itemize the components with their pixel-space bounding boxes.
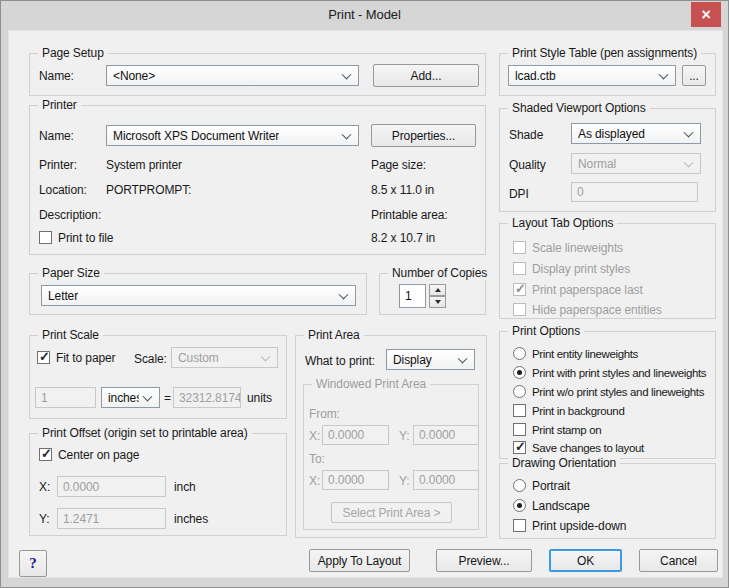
print-in-background-label: Print in background [532, 405, 624, 417]
print-to-file-label: Print to file [58, 231, 113, 245]
fit-to-paper-checkbox[interactable] [37, 351, 50, 364]
ok-label: OK [577, 554, 594, 568]
scale-value: Custom [178, 351, 219, 365]
scale-numerator-field: 1 [35, 387, 96, 408]
landscape-radio[interactable] [513, 499, 526, 512]
hide-paperspace-entities-checkbox [513, 303, 526, 316]
print-style-select[interactable]: lcad.ctb [508, 65, 676, 86]
portrait-radio[interactable] [513, 479, 526, 492]
select-print-area-label: Select Print Area > [343, 506, 441, 520]
scale-denominator-field: 32312.8174 [173, 387, 241, 408]
to-x-field: 0.0000 [322, 470, 389, 490]
print-style-value: lcad.ctb [515, 69, 556, 83]
from-y-label: Y: [399, 429, 409, 443]
save-changes-to-layout-label: Save changes to layout [532, 442, 644, 454]
offset-y-label: Y: [39, 512, 49, 526]
what-to-print-select[interactable]: Display [386, 349, 475, 370]
to-y-field: 0.0000 [413, 470, 479, 490]
print-without-styles-radio[interactable] [513, 385, 526, 398]
print-without-styles-label: Print w/o print styles and lineweights [532, 386, 704, 398]
offset-x-unit: inch [174, 480, 196, 494]
to-y-label: Y: [399, 474, 409, 488]
to-x-label: X: [309, 474, 320, 488]
page-size-label: Page size: [371, 158, 426, 172]
print-style-browse-button[interactable]: ... [682, 65, 706, 86]
offset-x-value: 0.0000 [63, 480, 99, 494]
print-entity-lineweights-label: Print entity lineweights [532, 348, 638, 360]
display-print-styles-checkbox [513, 262, 526, 275]
printer-group-title: Printer [38, 98, 81, 112]
close-button[interactable]: × [691, 2, 721, 27]
shade-value: As displayed [578, 127, 645, 141]
equals-sign: = [164, 391, 171, 405]
display-print-styles-label: Display print styles [532, 262, 630, 276]
add-button-label: Add... [411, 69, 442, 83]
help-button[interactable]: ? [19, 550, 47, 577]
page-setup-name-select[interactable]: <None> [106, 65, 359, 86]
shade-select[interactable]: As displayed [571, 123, 701, 144]
center-on-page-checkbox[interactable] [39, 448, 52, 461]
save-changes-to-layout-checkbox[interactable] [513, 441, 526, 454]
quality-select: Normal [571, 153, 701, 174]
copies-spinner [429, 284, 446, 308]
print-offset-title: Print Offset (origin set to printable ar… [38, 426, 252, 440]
print-with-styles-label: Print with print styles and lineweights [532, 367, 706, 379]
what-to-print-label: What to print: [305, 354, 375, 368]
print-options-title: Print Options [508, 324, 584, 338]
scale-unit-select[interactable]: inches [101, 387, 160, 408]
printable-area-label: Printable area: [371, 208, 448, 222]
spin-up-icon [435, 288, 441, 292]
page-size-value: 8.5 x 11.0 in [371, 183, 434, 197]
print-paperspace-last-checkbox [513, 283, 526, 296]
spin-down-icon [435, 300, 441, 304]
print-style-table-title: Print Style Table (pen assignments) [508, 46, 701, 60]
fit-to-paper-label: Fit to paper [56, 351, 116, 365]
cancel-button[interactable]: Cancel [639, 549, 718, 572]
paper-size-value: Letter [48, 289, 78, 303]
printer-location-label: Location: [39, 183, 87, 197]
spin-up-button[interactable] [429, 284, 446, 296]
scale-numerator-value: 1 [41, 391, 48, 405]
offset-y-field: 1.2471 [57, 508, 166, 529]
page-setup-name-label: Name: [39, 69, 74, 83]
from-y-field: 0.0000 [413, 425, 479, 445]
spin-down-button[interactable] [429, 296, 446, 308]
from-y-value: 0.0000 [419, 428, 455, 442]
shaded-viewport-title: Shaded Viewport Options [508, 101, 650, 115]
paper-size-select[interactable]: Letter [41, 285, 356, 306]
printer-name-select[interactable]: Microsoft XPS Document Writer [106, 125, 359, 146]
print-dialog: Print - Model × Page Setup Name: <None> … [0, 0, 729, 588]
scale-unit-value: inches [108, 391, 139, 405]
portrait-label: Portrait [532, 479, 570, 493]
print-paperspace-last-label: Print paperspace last [532, 283, 643, 297]
apply-to-layout-button[interactable]: Apply To Layout [309, 549, 410, 572]
print-entity-lineweights-radio[interactable] [513, 347, 526, 360]
print-with-styles-radio[interactable] [513, 366, 526, 379]
from-x-label: X: [309, 429, 320, 443]
to-y-value: 0.0000 [419, 473, 455, 487]
printer-type-label: Printer: [39, 158, 77, 172]
scale-label: Scale: [134, 352, 167, 366]
print-to-file-checkbox[interactable] [39, 231, 52, 244]
page-setup-name-value: <None> [113, 69, 155, 83]
printer-name-value: Microsoft XPS Document Writer [113, 129, 279, 143]
layout-tab-options-title: Layout Tab Options [508, 216, 617, 230]
apply-to-layout-label: Apply To Layout [318, 554, 402, 568]
from-x-value: 0.0000 [328, 428, 364, 442]
scale-denominator-value: 32312.8174 [179, 391, 241, 405]
properties-button[interactable]: Properties... [371, 124, 476, 147]
add-button[interactable]: Add... [373, 64, 479, 87]
help-icon: ? [29, 555, 36, 572]
preview-button[interactable]: Preview... [436, 549, 532, 572]
print-in-background-checkbox[interactable] [513, 404, 526, 417]
scale-lineweights-label: Scale lineweights [532, 241, 623, 255]
dialog-title: Print - Model [1, 7, 728, 22]
print-upside-down-checkbox[interactable] [513, 519, 526, 532]
landscape-label: Landscape [532, 499, 590, 513]
what-to-print-value: Display [393, 353, 432, 367]
ok-button[interactable]: OK [549, 549, 622, 572]
copies-input[interactable]: 1 [399, 284, 426, 308]
print-stamp-on-checkbox[interactable] [513, 423, 526, 436]
print-upside-down-label: Print upside-down [532, 519, 626, 533]
windowed-print-area-title: Windowed Print Area [312, 377, 430, 391]
